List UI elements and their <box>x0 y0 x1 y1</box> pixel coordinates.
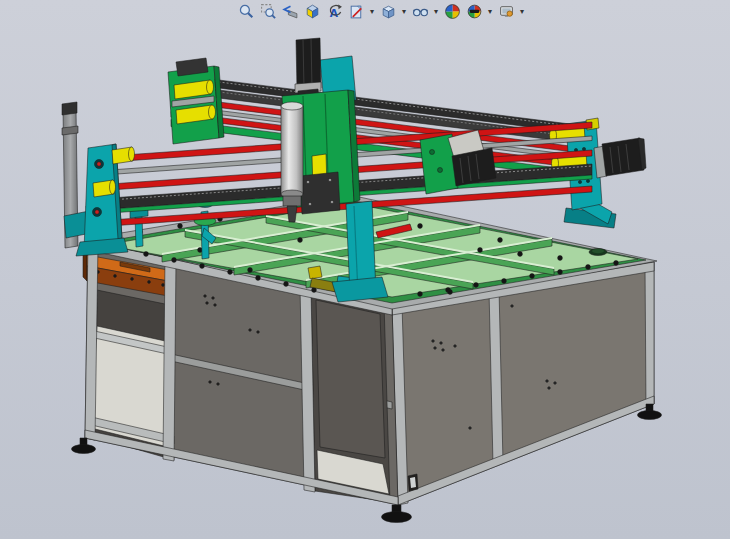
hide-show-items-icon <box>412 3 429 20</box>
view-orientation-icon <box>348 3 365 20</box>
3d-viewport[interactable]: A ▾ ▾ ▾ <box>0 0 730 539</box>
heads-up-view-toolbar: A ▾ ▾ ▾ <box>236 1 526 22</box>
apply-scene-icon <box>466 3 483 20</box>
display-style-button[interactable] <box>378 2 398 22</box>
model-canvas[interactable] <box>0 0 730 539</box>
view-settings-dropdown[interactable]: ▾ <box>518 2 526 22</box>
view-orientation-button[interactable] <box>346 2 366 22</box>
previous-view-icon <box>282 3 299 20</box>
apply-scene-button[interactable] <box>464 2 484 22</box>
view-settings-button[interactable] <box>496 2 516 22</box>
zoom-to-fit-button[interactable] <box>236 2 256 22</box>
display-style-icon <box>380 3 397 20</box>
view-settings-icon <box>498 3 515 20</box>
zoom-to-area-icon <box>260 3 277 20</box>
hide-show-items-dropdown[interactable]: ▾ <box>432 2 440 22</box>
section-view-icon <box>304 3 321 20</box>
spindle[interactable] <box>281 102 303 222</box>
edit-appearance-button[interactable] <box>442 2 462 22</box>
gantry-back-upright[interactable] <box>168 58 224 144</box>
display-style-dropdown[interactable]: ▾ <box>400 2 408 22</box>
edit-appearance-icon <box>444 3 461 20</box>
view-orientation-dropdown[interactable]: ▾ <box>368 2 376 22</box>
zoom-to-area-button[interactable] <box>258 2 278 22</box>
section-view-button[interactable] <box>302 2 322 22</box>
rotate-view-button[interactable]: A <box>324 2 344 22</box>
apply-scene-dropdown[interactable]: ▾ <box>486 2 494 22</box>
hide-show-items-button[interactable] <box>410 2 430 22</box>
zoom-to-fit-icon <box>238 3 255 20</box>
previous-view-button[interactable] <box>280 2 300 22</box>
rotate-view-icon: A <box>326 3 343 20</box>
